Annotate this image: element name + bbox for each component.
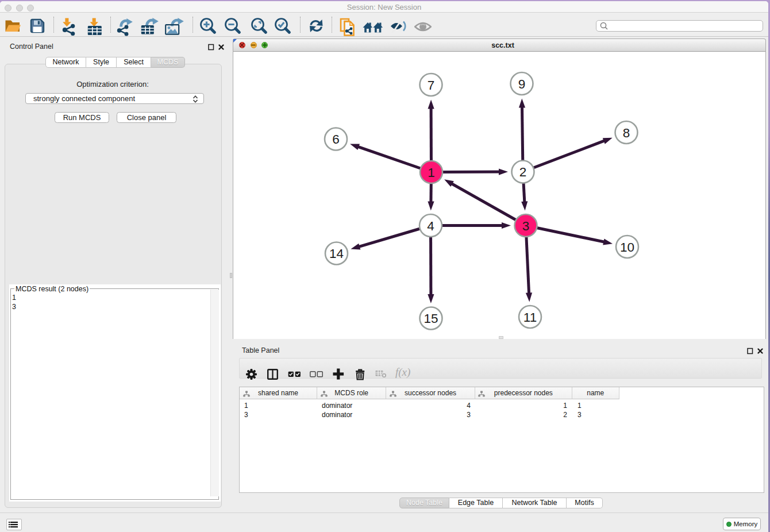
- svg-text:7: 7: [428, 78, 435, 92]
- svg-text:11: 11: [523, 310, 537, 325]
- svg-text:4: 4: [427, 219, 434, 233]
- svg-text:9: 9: [518, 77, 526, 91]
- svg-text:2: 2: [519, 165, 527, 179]
- svg-text:14: 14: [329, 246, 344, 261]
- svg-text:8: 8: [623, 126, 630, 140]
- svg-text:10: 10: [620, 240, 634, 255]
- svg-text:1: 1: [428, 165, 435, 180]
- svg-text:3: 3: [522, 219, 530, 233]
- svg-text:15: 15: [424, 311, 438, 326]
- svg-text:6: 6: [332, 132, 340, 147]
